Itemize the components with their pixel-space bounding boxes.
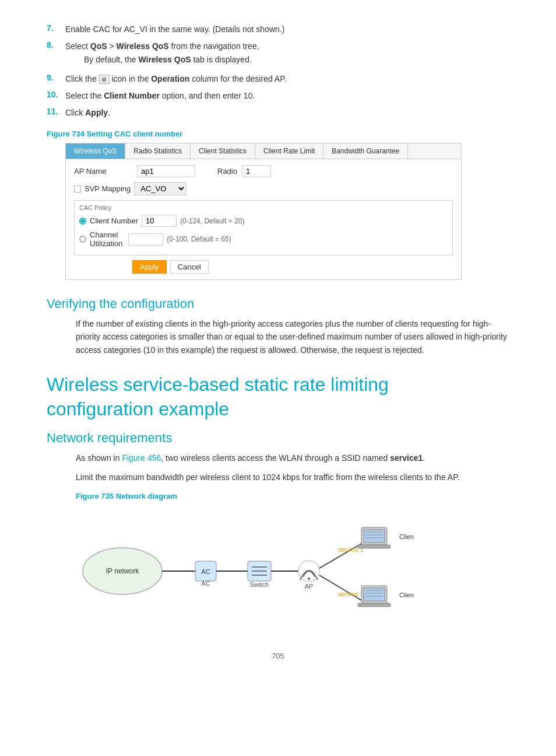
svg-rect-21 bbox=[364, 588, 385, 601]
step-10-num: 10. bbox=[47, 90, 65, 99]
figure-734-label: Figure 734 Setting CAC client number bbox=[47, 130, 509, 138]
client-number-input[interactable] bbox=[142, 215, 177, 227]
svg-rect-15 bbox=[364, 530, 385, 542]
svg-rect-19 bbox=[358, 545, 390, 548]
cac-section: CAC Policy Client Number (0-124, Default… bbox=[74, 200, 453, 256]
ap-name-row: AP Name Radio bbox=[74, 165, 453, 177]
channel-label: Channel Utilization bbox=[90, 230, 122, 248]
step-9: 9. Click the ⚙ icon in the Operation col… bbox=[47, 73, 509, 85]
verifying-heading: Verifying the configuration bbox=[47, 296, 509, 312]
service1-bottom-label: service 1 bbox=[338, 590, 364, 597]
client2-label: Client 2 bbox=[399, 592, 414, 598]
cancel-button[interactable]: Cancel bbox=[170, 260, 209, 274]
client-number-row: Client Number (0-124, Default = 20) bbox=[79, 215, 448, 227]
channel-hint: (0-100, Default = 65) bbox=[167, 235, 231, 243]
step-8-content: Select QoS > Wireless QoS from the navig… bbox=[65, 40, 259, 68]
channel-radio[interactable] bbox=[79, 236, 86, 243]
network-svg: IP network AC AC Switch AP service 1 s bbox=[76, 510, 414, 632]
figure-735-label: Figure 735 Network diagram bbox=[76, 492, 509, 501]
tab-client-rate-limit[interactable]: Client Rate Limit bbox=[255, 144, 323, 159]
cac-title: CAC Policy bbox=[79, 204, 448, 211]
step-7-num: 7. bbox=[47, 23, 65, 33]
step-9-num: 9. bbox=[47, 73, 65, 82]
btn-row: Apply Cancel bbox=[74, 260, 453, 274]
tab-wireless-qos[interactable]: Wireless QoS bbox=[66, 144, 125, 159]
chapter-heading: Wireless service-based static rate limit… bbox=[47, 373, 509, 421]
step-8: 8. Select QoS > Wireless QoS from the na… bbox=[47, 40, 509, 68]
channel-input[interactable] bbox=[128, 233, 163, 246]
step-11-text: Click Apply. bbox=[65, 107, 509, 119]
client1-label: Client 1 bbox=[399, 533, 414, 540]
svg-text:AC: AC bbox=[201, 568, 210, 575]
step-8-sub: By default, the Wireless QoS tab is disp… bbox=[84, 54, 259, 66]
page-number: 705 bbox=[47, 652, 509, 660]
step-8-text: Select QoS > Wireless QoS from the navig… bbox=[65, 41, 259, 51]
ap-name-input[interactable] bbox=[137, 165, 195, 177]
network-req-heading: Network requirements bbox=[47, 430, 509, 446]
tab-bar: Wireless QoS Radio Statistics Client Sta… bbox=[66, 144, 461, 159]
tab-radio-statistics[interactable]: Radio Statistics bbox=[125, 144, 191, 159]
svp-select[interactable]: AC_VO bbox=[134, 182, 186, 195]
tab-bandwidth-guarantee[interactable]: Bandwidth Guarantee bbox=[323, 144, 408, 159]
svg-point-11 bbox=[308, 578, 310, 580]
client-number-hint: (0-124, Default = 20) bbox=[180, 217, 244, 225]
svp-row: SVP Mapping AC_VO bbox=[74, 182, 453, 195]
form-body: AP Name Radio SVP Mapping AC_VO CAC Poli… bbox=[66, 159, 461, 279]
ac-label: AC bbox=[201, 580, 210, 587]
client-number-label: Client Number bbox=[90, 216, 138, 225]
step-11-num: 11. bbox=[47, 107, 65, 116]
form-mockup-734: Wireless QoS Radio Statistics Client Sta… bbox=[65, 143, 462, 280]
verifying-body: If the number of existing clients in the… bbox=[76, 317, 509, 356]
network-req-para2: Limit the maximum bandwidth per wireless… bbox=[76, 471, 509, 484]
step-list: 7. Enable CAC for AC_VI in the same way.… bbox=[47, 23, 509, 119]
step-11: 11. Click Apply. bbox=[47, 107, 509, 119]
step-8-num: 8. bbox=[47, 40, 65, 50]
client-number-radio[interactable] bbox=[79, 218, 86, 225]
step-9-text: Click the ⚙ icon in the Operation column… bbox=[65, 73, 509, 85]
network-req-para1: As shown in Figure 456, two wireless cli… bbox=[76, 452, 509, 464]
step-7: 7. Enable CAC for AC_VI in the same way.… bbox=[47, 23, 509, 36]
radio-label: Radio bbox=[217, 167, 237, 176]
step-7-text: Enable CAC for AC_VI in the same way. (D… bbox=[65, 23, 509, 36]
step-10: 10. Select the Client Number option, and… bbox=[47, 90, 509, 102]
svp-checkbox[interactable] bbox=[74, 186, 81, 192]
channel-utilization-row: Channel Utilization (0-100, Default = 65… bbox=[79, 230, 448, 248]
ap-name-label: AP Name bbox=[74, 167, 132, 176]
figure-456-link[interactable]: Figure 456 bbox=[122, 453, 161, 463]
tab-client-statistics[interactable]: Client Statistics bbox=[191, 144, 255, 159]
svp-label: SVP Mapping bbox=[85, 184, 131, 193]
ip-network-label: IP network bbox=[106, 567, 139, 575]
step-10-text: Select the Client Number option, and the… bbox=[65, 90, 509, 102]
radio-input[interactable] bbox=[242, 165, 271, 177]
switch-label: Switch bbox=[250, 581, 269, 588]
network-diagram: IP network AC AC Switch AP service 1 s bbox=[76, 510, 480, 634]
svg-rect-25 bbox=[358, 603, 390, 607]
ap-label: AP bbox=[305, 583, 314, 590]
apply-button[interactable]: Apply bbox=[132, 260, 167, 274]
